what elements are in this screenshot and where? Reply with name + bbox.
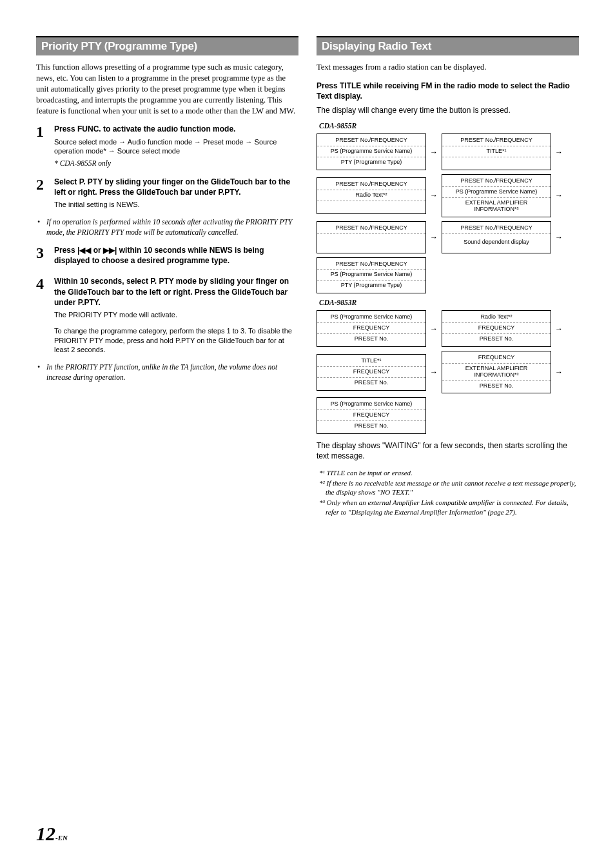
left-heading: Priority PTY (Programme Type) [36,36,298,55]
diagram-row: PRESET No./FREQUENCY Radio Text*² → PRES… [317,174,579,217]
arrow-icon: → [430,368,438,377]
right-heading: Displaying Radio Text [317,36,579,55]
box-line: PRESET No./FREQUENCY [317,179,425,190]
footnote-1: *¹ TITLE can be input or erased. [319,468,579,477]
diagram-box: PS (Programme Service Name) FREQUENCY PR… [317,310,426,347]
step-4: 4 Within 10 seconds, select P. PTY mode … [36,276,298,355]
sub-bold: TITLE [340,81,361,90]
bullet2: In the PRIORITY PTY function, unlike in … [46,362,298,382]
box-line [317,201,425,212]
prev-next-icon: |◀◀ or ▶▶| [77,246,117,255]
arrow-icon: → [430,191,438,200]
step-num: 1 [36,124,54,168]
step2-sub: The initial setting is NEWS. [54,200,298,210]
box-line: PRESET No. [442,334,551,344]
diagram-box: PS (Programme Service Name) FREQUENCY PR… [317,397,426,434]
step3-pre: Press [54,246,77,255]
step2-b1: GlideTouch bar [211,177,267,186]
step1-sub: Source select mode → Audio function mode… [54,137,298,157]
diagram-box: PRESET No./FREQUENCY TITLE*¹ [442,133,551,170]
box-line: PRESET No./FREQUENCY [442,223,551,234]
box-line: FREQUENCY [317,410,425,421]
step2-pre: Select P. PTY by sliding your finger on … [54,177,211,186]
right-subhead: Press TITLE while receiving FM in the ra… [317,81,579,101]
diagram-box: PRESET No./FREQUENCY [317,221,426,253]
left-intro: This function allows presetting of a pro… [36,62,298,116]
post-text: The display shows "WAITING" for a few se… [317,440,579,461]
arrow-icon: → [430,233,438,242]
step4-b1: GlideTouch bar [68,288,124,297]
box-line: PRESET No./FREQUENCY [442,176,551,187]
box-line [442,157,551,168]
box-line: PRESET No./FREQUENCY [317,259,425,270]
box-line: FREQUENCY [442,323,551,334]
diagram-row: PS (Programme Service Name) FREQUENCY PR… [317,310,579,347]
bullet1: If no operation is performed within 10 s… [46,217,298,237]
footnote-3: *³ Only when an external Amplifier Link … [319,498,579,517]
diagram-row: PRESET No./FREQUENCY PS (Programme Servi… [317,133,579,170]
step4-sub1: The PRIORITY PTY mode will activate. [54,310,298,320]
diagram-box: Radio Text*² FREQUENCY PRESET No. [442,310,551,347]
box-line: PS (Programme Service Name) [317,312,425,323]
box-line: PTY (Programme Type) [317,281,425,291]
model-9853r: CDA-9853R [319,299,579,306]
box-line: FREQUENCY [317,323,425,334]
step4-mid: to the left or right. Press the [124,288,231,297]
step-3: 3 Press |◀◀ or ▶▶| within 10 seconds whi… [36,245,298,268]
box-line: PTY (Programme Type) [317,157,425,168]
box-line: FREQUENCY [442,353,551,364]
box-line: PS (Programme Service Name) [442,187,551,198]
arrow-icon: → [555,191,563,200]
diagram-row: PS (Programme Service Name) FREQUENCY PR… [317,397,579,434]
footnote-2: *² If there is no receivable text messag… [319,478,579,497]
diagram-box: TITLE*¹ FREQUENCY PRESET No. [317,354,426,391]
box-line: PRESET No. [442,381,551,391]
right-plain1: The display will change every time the b… [317,105,579,115]
box-line: Sound dependent display [442,234,551,251]
sub-pre: Press [317,81,340,90]
arrow-icon: → [430,148,438,157]
page-big: 12 [36,823,55,844]
box-line: PS (Programme Service Name) [317,146,425,157]
step-2: 2 Select P. PTY by sliding your finger o… [36,177,298,210]
step-num: 3 [36,245,54,268]
box-line: PRESET No. [317,334,425,344]
diagram-box: PRESET No./FREQUENCY PS (Programme Servi… [317,133,426,170]
box-line: EXTERNAL AMPLIFIER INFORMATION*³ [442,198,551,215]
diagram-box: FREQUENCY EXTERNAL AMPLIFIER INFORMATION… [442,351,551,394]
box-line: EXTERNAL AMPLIFIER INFORMATION*³ [442,364,551,381]
step2-post: under P.PTY. [192,188,240,197]
box-line: PRESET No./FREQUENCY [317,135,425,146]
box-line: Radio Text*² [317,190,425,201]
footnotes: *¹ TITLE can be input or erased. *² If t… [317,468,579,517]
arrow-icon: → [555,324,563,333]
box-line: TITLE*¹ [317,356,425,367]
box-line: PS (Programme Service Name) [317,399,425,410]
arrow-icon: → [430,324,438,333]
bullet-list-1: If no operation is performed within 10 s… [36,217,298,237]
diagram-row: PRESET No./FREQUENCY → PRESET No./FREQUE… [317,221,579,253]
step-1: 1 Press FUNC. to activate the audio func… [36,124,298,168]
diagram-box: PRESET No./FREQUENCY PS (Programme Servi… [317,257,426,294]
right-intro: Text messages from a radio station can b… [317,62,579,73]
arrow-icon: → [555,233,563,242]
step1-post: to activate the audio function mode. [101,124,236,133]
diagram-row: PRESET No./FREQUENCY PS (Programme Servi… [317,257,579,294]
model-9855r: CDA-9855R [319,122,579,130]
step4-sub2: To change the programme category, perfor… [54,326,298,355]
step4-b2: GlideTouch bar [231,288,288,297]
box-line: PRESET No./FREQUENCY [317,223,425,234]
box-line: PS (Programme Service Name) [317,270,425,281]
step2-b2: GlideTouch bar [136,188,192,197]
box-line: PRESET No. [317,378,425,388]
step1-pre: Press [54,124,77,133]
box-line: TITLE*¹ [442,146,551,157]
arrow-icon: → [555,368,563,377]
arrow-icon: → [555,148,563,157]
box-line: Radio Text*² [442,312,551,323]
step-num: 4 [36,276,54,355]
box-line: PRESET No./FREQUENCY [442,135,551,146]
box-line [317,234,425,251]
page-small: -EN [55,834,68,842]
diagram-row: TITLE*¹ FREQUENCY PRESET No. → FREQUENCY… [317,351,579,394]
